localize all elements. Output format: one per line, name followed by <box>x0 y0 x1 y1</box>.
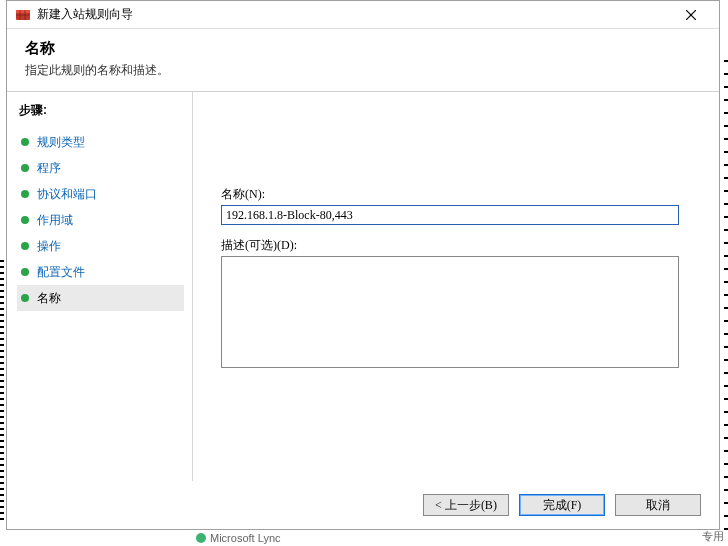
background-decoration <box>0 260 4 520</box>
bullet-icon <box>21 242 29 250</box>
background-decoration <box>724 60 728 540</box>
step-label: 规则类型 <box>37 134 85 151</box>
wizard-body: 步骤: 规则类型 程序 协议和端口 作用域 操作 <box>7 92 719 481</box>
background-item-label: Microsoft Lync <box>210 532 281 544</box>
step-action[interactable]: 操作 <box>17 233 192 259</box>
bullet-icon <box>21 138 29 146</box>
bullet-icon <box>21 294 29 302</box>
bullet-icon <box>21 216 29 224</box>
step-profile[interactable]: 配置文件 <box>17 259 192 285</box>
step-protocol-port[interactable]: 协议和端口 <box>17 181 192 207</box>
background-list-item: Microsoft Lync <box>196 532 281 544</box>
main-panel: 名称(N): 描述(可选)(D): <box>193 92 719 481</box>
bullet-icon <box>21 190 29 198</box>
step-rule-type[interactable]: 规则类型 <box>17 129 192 155</box>
wizard-window: 新建入站规则向导 名称 指定此规则的名称和描述。 步骤: 规则类型 程序 协 <box>6 0 720 530</box>
firewall-icon <box>15 7 31 23</box>
step-name[interactable]: 名称 <box>17 285 184 311</box>
close-icon <box>686 10 696 20</box>
description-label: 描述(可选)(D): <box>221 237 679 254</box>
wizard-footer: < 上一步(B) 完成(F) 取消 <box>7 481 719 529</box>
window-title: 新建入站规则向导 <box>37 6 671 23</box>
page-subtitle: 指定此规则的名称和描述。 <box>25 62 701 79</box>
finish-button[interactable]: 完成(F) <box>519 494 605 516</box>
step-label: 作用域 <box>37 212 73 229</box>
step-label: 配置文件 <box>37 264 85 281</box>
back-button[interactable]: < 上一步(B) <box>423 494 509 516</box>
steps-sidebar: 步骤: 规则类型 程序 协议和端口 作用域 操作 <box>7 92 193 481</box>
name-label: 名称(N): <box>221 186 679 203</box>
description-textarea[interactable] <box>221 256 679 368</box>
step-label: 程序 <box>37 160 61 177</box>
page-title: 名称 <box>25 39 701 58</box>
close-button[interactable] <box>671 1 711 28</box>
name-input[interactable] <box>221 205 679 225</box>
background-right-text: 专用 <box>702 529 724 544</box>
check-icon <box>196 533 206 543</box>
titlebar: 新建入站规则向导 <box>7 1 719 29</box>
bullet-icon <box>21 164 29 172</box>
step-label: 名称 <box>37 290 61 307</box>
step-scope[interactable]: 作用域 <box>17 207 192 233</box>
wizard-header: 名称 指定此规则的名称和描述。 <box>7 29 719 92</box>
svg-rect-1 <box>16 10 30 13</box>
step-label: 操作 <box>37 238 61 255</box>
steps-heading: 步骤: <box>17 102 192 119</box>
step-program[interactable]: 程序 <box>17 155 192 181</box>
bullet-icon <box>21 268 29 276</box>
step-label: 协议和端口 <box>37 186 97 203</box>
cancel-button[interactable]: 取消 <box>615 494 701 516</box>
